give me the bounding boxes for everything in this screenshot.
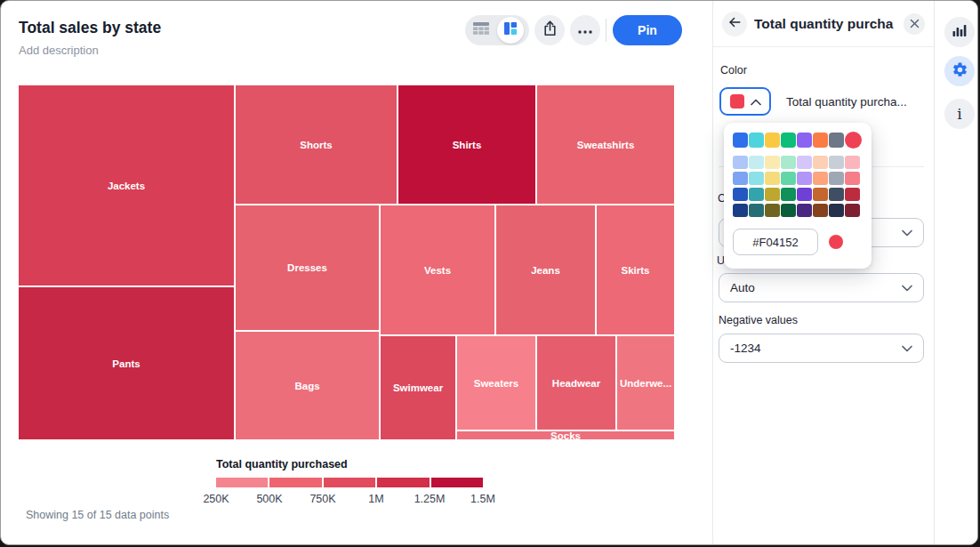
more-options-button[interactable] bbox=[570, 15, 600, 45]
pin-button[interactable]: Pin bbox=[613, 15, 682, 45]
icon-rail: i bbox=[935, 1, 978, 545]
palette-shade-swatch[interactable] bbox=[749, 204, 764, 217]
treemap-cell-headwear[interactable]: Headwear bbox=[537, 336, 615, 430]
chart-config-button[interactable] bbox=[944, 17, 975, 47]
data-points-status: Showing 15 of 15 data points bbox=[26, 509, 169, 521]
treemap-cell-shirts[interactable]: Shirts bbox=[398, 85, 535, 204]
palette-swatch[interactable] bbox=[749, 133, 764, 148]
palette-shade-swatch[interactable] bbox=[829, 204, 844, 217]
palette-shade-swatch[interactable] bbox=[845, 188, 860, 201]
palette-shade-swatch[interactable] bbox=[765, 188, 780, 201]
treemap-cell-underwe[interactable]: Underwe... bbox=[617, 336, 674, 430]
palette-swatch[interactable] bbox=[813, 133, 828, 148]
chart-area: Total sales by state Add description bbox=[1, 1, 712, 545]
treemap-chart: JacketsPantsShortsShirtsSweatshirtsDress… bbox=[19, 85, 674, 439]
page-title: Total sales by state bbox=[19, 19, 161, 37]
treemap-cell-label: Pants bbox=[112, 358, 140, 369]
palette-shade-swatch[interactable] bbox=[749, 172, 764, 185]
palette-shade-swatch[interactable] bbox=[829, 172, 844, 185]
palette-shade-swatch[interactable] bbox=[781, 172, 796, 185]
legend-gradient-segment bbox=[324, 478, 375, 487]
legend-ticks: 250K500K750K1M1.25M1.5M bbox=[216, 493, 483, 506]
info-icon: i bbox=[957, 105, 961, 123]
palette-shade-swatch[interactable] bbox=[797, 172, 812, 185]
palette-shade-swatch[interactable] bbox=[765, 172, 780, 185]
treemap-cell-sweatshirts[interactable]: Sweatshirts bbox=[537, 85, 674, 204]
palette-shade-swatch[interactable] bbox=[781, 204, 796, 217]
treemap-cell-pants[interactable]: Pants bbox=[19, 287, 234, 439]
treemap-cell-sweaters[interactable]: Sweaters bbox=[457, 336, 535, 430]
settings-button[interactable] bbox=[944, 56, 975, 86]
chevron-up-icon bbox=[751, 93, 761, 109]
palette-shade-swatch[interactable] bbox=[733, 188, 748, 201]
treemap-cell-label: Headwear bbox=[552, 378, 600, 389]
treemap-cell-socks[interactable]: Socks bbox=[457, 431, 674, 439]
chart-view-button[interactable] bbox=[497, 17, 524, 44]
palette-swatch-selected[interactable] bbox=[845, 132, 862, 149]
palette-shade-swatch[interactable] bbox=[733, 204, 748, 217]
palette-shade-swatch[interactable] bbox=[781, 156, 796, 169]
palette-shade-swatch[interactable] bbox=[813, 204, 828, 217]
share-button[interactable] bbox=[534, 15, 565, 45]
close-panel-button[interactable] bbox=[904, 13, 925, 35]
negative-values-dropdown[interactable]: -1234 bbox=[719, 334, 924, 363]
palette-shade-swatch[interactable] bbox=[765, 204, 780, 217]
palette-shade-swatch[interactable] bbox=[829, 156, 844, 169]
palette-shade-swatch[interactable] bbox=[829, 188, 844, 201]
legend-title: Total quantity purchased bbox=[216, 458, 483, 471]
palette-swatch[interactable] bbox=[733, 133, 748, 148]
treemap-cell-label: Dresses bbox=[287, 262, 327, 273]
treemap-cell-label: Shirts bbox=[453, 140, 482, 150]
current-color-dot bbox=[829, 235, 843, 249]
treemap-cell-shorts[interactable]: Shorts bbox=[236, 85, 397, 204]
palette-swatch[interactable] bbox=[797, 133, 812, 148]
palette-swatch[interactable] bbox=[829, 133, 844, 148]
share-icon bbox=[542, 20, 558, 40]
palette-swatch[interactable] bbox=[781, 133, 796, 148]
palette-shade-swatch[interactable] bbox=[813, 156, 828, 169]
legend-gradient-segment bbox=[216, 478, 268, 487]
treemap-cell-label: Shorts bbox=[300, 140, 332, 150]
treemap-cell-label: Socks bbox=[550, 431, 581, 439]
palette-shade-swatch[interactable] bbox=[733, 156, 748, 169]
ellipsis-icon bbox=[577, 22, 593, 38]
legend-tick: 1M bbox=[368, 493, 383, 505]
palette-shade-swatch[interactable] bbox=[765, 156, 780, 169]
palette-shade-swatch[interactable] bbox=[845, 172, 860, 185]
chevron-down-icon bbox=[902, 285, 912, 292]
color-picker-popover: #F04152 bbox=[724, 123, 872, 269]
palette-swatch[interactable] bbox=[765, 133, 780, 148]
treemap-cell-jeans[interactable]: Jeans bbox=[496, 205, 595, 334]
hex-row: #F04152 bbox=[733, 229, 863, 255]
table-view-button[interactable] bbox=[465, 15, 497, 45]
unit-dropdown[interactable]: Auto bbox=[719, 273, 924, 302]
treemap-cell-jackets[interactable]: Jackets bbox=[19, 85, 234, 286]
palette-shade-swatch[interactable] bbox=[845, 156, 860, 169]
palette-shade-swatch[interactable] bbox=[813, 172, 828, 185]
info-button[interactable]: i bbox=[944, 99, 975, 129]
treemap-cell-label: Swimwear bbox=[393, 382, 443, 393]
palette-shade-swatch[interactable] bbox=[813, 188, 828, 201]
treemap-cell-bags[interactable]: Bags bbox=[236, 332, 379, 439]
treemap-cell-vests[interactable]: Vests bbox=[381, 205, 494, 334]
palette-shade-swatch[interactable] bbox=[797, 204, 812, 217]
back-button[interactable] bbox=[722, 12, 747, 36]
toolbar-divider bbox=[606, 19, 606, 42]
hex-color-input[interactable]: #F04152 bbox=[733, 229, 818, 255]
palette-shade-swatch[interactable] bbox=[781, 188, 796, 201]
palette-shade-swatch[interactable] bbox=[749, 156, 764, 169]
treemap-cell-label: Underwe... bbox=[620, 378, 671, 389]
treemap-cell-dresses[interactable]: Dresses bbox=[236, 205, 379, 330]
palette-shade-swatch[interactable] bbox=[733, 172, 748, 185]
treemap-cell-label: Bags bbox=[294, 381, 319, 391]
palette-shade-swatch[interactable] bbox=[797, 156, 812, 169]
color-picker-toggle[interactable] bbox=[719, 87, 771, 116]
legend-tick: 250K bbox=[203, 493, 229, 505]
treemap-cell-swimwear[interactable]: Swimwear bbox=[381, 336, 455, 439]
back-arrow-icon bbox=[727, 15, 742, 33]
treemap-cell-skirts[interactable]: Skirts bbox=[597, 205, 674, 334]
palette-shade-swatch[interactable] bbox=[749, 188, 764, 201]
add-description-link[interactable]: Add description bbox=[19, 44, 99, 57]
palette-shade-swatch[interactable] bbox=[845, 204, 860, 217]
palette-shade-swatch[interactable] bbox=[797, 188, 812, 201]
